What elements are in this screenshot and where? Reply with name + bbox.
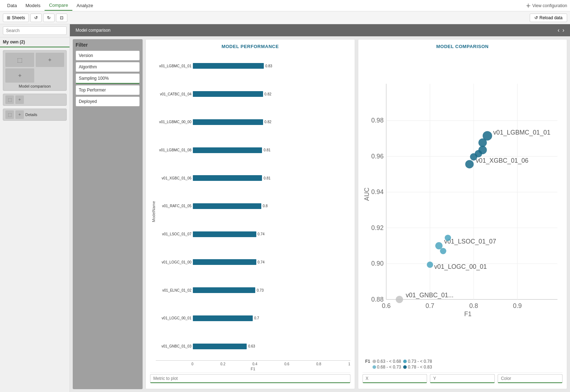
x-tick-3: 0.6 [284,362,289,366]
redo-icon: ↻ [47,15,51,20]
toolbar-btn-1[interactable]: ↺ [30,14,42,22]
sidebar-thumb-model-comparison[interactable]: ⬚ ✦ ✦ Model comparison [3,50,67,91]
x-tick-2: 0.4 [252,362,257,366]
svg-text:v01_LSOC_01_07: v01_LSOC_01_07 [444,238,496,245]
thumb-cell-1: ⬚ [5,53,34,67]
bar-row: v01_LSOC_01_070.74 [156,231,348,237]
y-axis-input[interactable] [430,374,495,383]
thumb-grid: ⬚ ✦ ✦ [5,53,64,83]
svg-point-37 [482,131,492,141]
config-icon [526,3,531,8]
svg-point-32 [465,160,474,168]
content-body: Filter Version Algorithm Sampling 100% T… [70,36,570,392]
content-header: Model comparison ‹ › [70,24,570,36]
thumb-sm-cell-1: ⬚ [5,95,14,104]
sidebar: My own (2) ⬚ ✦ ✦ Model comparison [0,24,70,392]
bar-fill [193,259,256,265]
page-title: Model comparison [76,28,111,33]
metric-to-plot-input[interactable] [150,374,350,383]
bar-fill [193,91,263,97]
x-axis-input[interactable] [363,374,427,383]
reload-icon: ↺ [534,15,538,20]
legend-item-3: 0.73 - < 0.78 [403,359,432,364]
sheets-button[interactable]: ⊞ Sheets [3,14,29,22]
view-config-nav[interactable]: View configuration [526,3,567,8]
bar-fill [193,147,262,153]
bar-fill [193,231,256,237]
scatter-chart-panel: MODEL COMPARISON [358,39,568,389]
svg-text:v01_XGBC_01_06: v01_XGBC_01_06 [476,157,528,164]
bar-row: v01_LGBMC_01_010.83 [156,63,348,69]
filter-deployed[interactable]: Deployed [76,96,140,106]
toolbar-btn-2[interactable]: ↻ [43,14,55,22]
scatter-axis-controls [363,372,563,385]
content-area: Model comparison ‹ › Filter Version Algo… [70,24,570,392]
bar-chart-title: MODEL PERFORMANCE [150,44,350,49]
legend-prefix: F1 [365,359,370,364]
search-input[interactable] [3,26,67,35]
bar-row: v01_LGBMC_00_000.82 [156,119,348,125]
color-axis-input[interactable] [498,374,563,383]
bar-x-label: F1 [156,367,350,371]
svg-text:0.9: 0.9 [513,302,522,309]
nav-analyze[interactable]: Analyze [72,1,97,10]
layout-icon: ⊡ [60,15,63,20]
svg-point-23 [396,296,403,303]
top-nav: Data Models Compare Analyze View configu… [0,0,570,11]
legend-dot-3 [403,360,407,363]
svg-point-35 [478,146,487,155]
legend-item-4: 0.78 - < 0.83 [403,365,432,370]
sidebar-thumb-small-1[interactable]: ⬚ ✦ [3,94,67,106]
thumb-sm-cell-2: ✦ [15,95,24,104]
bar-chart-wrapper: ModelName v01_LGBMC_01_010.83v01_CATBC_0… [150,52,350,371]
scatter-svg: 0.98 0.96 0.94 0.92 0.90 0.88 0.6 0.7 0.… [363,52,563,357]
scatter-legend: F1 0.63 - < 0.68 0.73 - < 0.78 F1 [363,357,563,371]
sidebar-thumbnails: ⬚ ✦ ✦ Model comparison ⬚ ✦ [0,47,70,392]
bar-row: v01_XGBC_01_060.81 [156,175,348,181]
bar-row: v01_CATBC_01_040.82 [156,91,348,97]
svg-text:v01_LGBMC_01_01: v01_LGBMC_01_01 [493,129,550,136]
svg-point-30 [445,235,451,241]
nav-models[interactable]: Models [21,1,45,10]
filter-algorithm[interactable]: Algorithm [76,62,140,72]
svg-text:0.98: 0.98 [371,117,384,124]
legend-dot-1 [373,360,376,363]
filter-version[interactable]: Version [76,51,140,61]
thumb-cell-3: ✦ [5,68,34,83]
bar-bottom-controls [150,372,350,385]
svg-text:v01_LOGC_00_01: v01_LOGC_00_01 [434,263,487,271]
puzzle-icon-2: ✦ [17,72,22,79]
x-tick-5: 1 [348,362,350,366]
nav-compare[interactable]: Compare [45,0,72,11]
scatter-chart-area: 0.98 0.96 0.94 0.92 0.90 0.88 0.6 0.7 0.… [363,52,563,357]
next-button[interactable]: › [563,27,564,33]
svg-text:v01_GNBC_01...: v01_GNBC_01... [406,292,453,299]
bar-fill [193,287,255,293]
sidebar-thumb-details[interactable]: ⬚ ✦ Details [3,109,67,121]
prev-button[interactable]: ‹ [558,27,559,33]
bar-fill [193,203,261,209]
sidebar-search-area [0,24,70,37]
svg-text:AUC: AUC [363,188,370,201]
bar-chart-content: v01_LGBMC_01_010.83v01_CATBC_01_040.82v0… [156,52,350,371]
nav-data[interactable]: Data [3,1,21,10]
bar-row: v01_LGBMC_01_080.81 [156,147,348,153]
bar-fill [193,119,263,125]
svg-text:0.92: 0.92 [371,224,384,231]
bar-y-axis-title: ModelName [150,52,156,371]
x-tick-1: 0.2 [220,362,225,366]
filter-panel: Filter Version Algorithm Sampling 100% T… [73,39,143,389]
filter-top-performer[interactable]: Top Performer [76,85,140,95]
reload-button[interactable]: ↺ Reload data [530,14,567,22]
thumb-sm-cell-3: ⬚ [5,110,14,119]
puzzle-icon-sm2: ✦ [18,112,21,117]
bar-row: v01_GNBC_01_030.63 [156,344,348,349]
undo-icon: ↺ [34,15,38,20]
filter-sampling[interactable]: Sampling 100% [76,73,140,84]
toolbar-btn-3[interactable]: ⊡ [56,14,67,22]
export-icon-sm2: ⬚ [8,112,12,117]
bar-row: v01_LOGC_00_010.7 [156,315,348,321]
x-tick-4: 0.8 [316,362,321,366]
legend-item-1: 0.63 - < 0.68 [373,359,401,364]
x-tick-0: 0 [191,362,194,366]
